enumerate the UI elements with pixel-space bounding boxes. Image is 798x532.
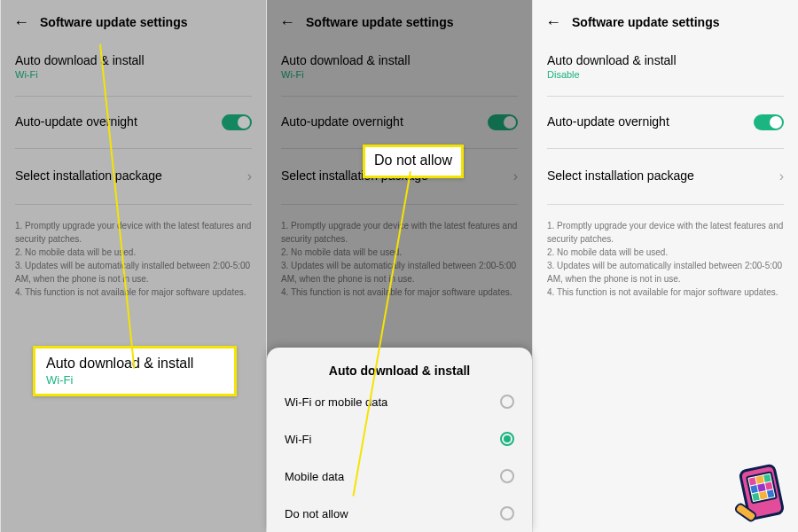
chevron-right-icon: › (247, 168, 252, 184)
select-package-row[interactable]: Select installation package › (1, 154, 266, 199)
callout-text: Do not allow (374, 153, 452, 168)
overnight-toggle[interactable] (222, 114, 252, 130)
app-header: ← Software update settings (1, 0, 266, 43)
select-package-title: Select installation package (547, 168, 694, 183)
chevron-right-icon: › (513, 168, 518, 184)
overnight-title: Auto-update overnight (281, 114, 403, 129)
app-header: ← Software update settings (267, 0, 532, 43)
callout-do-not-allow: Do not allow (363, 145, 464, 178)
sheet-option-mobile[interactable]: Mobile data (267, 458, 532, 495)
divider (547, 204, 784, 205)
select-package-row[interactable]: Select installation package › (533, 154, 798, 199)
divider (15, 96, 252, 97)
overnight-row[interactable]: Auto-update overnight (267, 102, 532, 143)
auto-download-title: Auto download & install (15, 53, 252, 67)
note-line: 2. No mobile data will be used. (281, 246, 518, 259)
auto-download-subtitle: Disable (547, 69, 784, 80)
sheet-option-label: Mobile data (285, 470, 344, 483)
radio-icon (500, 506, 514, 520)
radio-icon (500, 395, 514, 409)
note-line: 2. No mobile data will be used. (15, 246, 252, 259)
note-line: 1. Promptly upgrade your device with the… (15, 219, 252, 246)
brand-logo-icon (731, 465, 793, 527)
auto-download-row[interactable]: Auto download & install Disable (533, 43, 798, 90)
divider (15, 148, 252, 149)
sheet-option-do-not-allow[interactable]: Do not allow (267, 495, 532, 532)
phone-screen-2: ← Software update settings Auto download… (266, 0, 532, 532)
phone-screen-3: ← Software update settings Auto download… (532, 0, 798, 532)
radio-selected-icon (500, 432, 514, 446)
page-title: Software update settings (306, 15, 453, 29)
auto-download-title: Auto download & install (547, 53, 784, 67)
auto-download-subtitle: Wi-Fi (15, 69, 252, 80)
notes-block: 1. Promptly upgrade your device with the… (1, 210, 266, 308)
auto-download-row[interactable]: Auto download & install Wi-Fi (267, 43, 532, 90)
notes-block: 1. Promptly upgrade your device with the… (533, 210, 798, 308)
overnight-toggle[interactable] (488, 114, 518, 130)
callout-subtitle: Wi-Fi (46, 373, 223, 387)
auto-download-sheet: Auto download & install Wi-Fi or mobile … (267, 348, 532, 532)
note-line: 4. This function is not available for ma… (281, 286, 518, 299)
overnight-row[interactable]: Auto-update overnight (1, 102, 266, 143)
divider (547, 96, 784, 97)
divider (547, 148, 784, 149)
overnight-row[interactable]: Auto-update overnight (533, 102, 798, 143)
select-package-title: Select installation package (15, 168, 162, 183)
sheet-option-label: Do not allow (285, 507, 348, 520)
back-arrow-icon[interactable]: ← (545, 14, 561, 30)
note-line: 1. Promptly upgrade your device with the… (281, 219, 518, 246)
back-arrow-icon[interactable]: ← (279, 14, 295, 30)
chevron-right-icon: › (779, 168, 784, 184)
sheet-option-label: Wi-Fi or mobile data (285, 395, 387, 409)
divider (281, 204, 518, 205)
notes-block: 1. Promptly upgrade your device with the… (267, 210, 532, 308)
callout-title: Auto download & install (46, 356, 223, 372)
radio-icon (500, 469, 514, 483)
overnight-title: Auto-update overnight (547, 114, 669, 129)
overnight-title: Auto-update overnight (15, 114, 137, 129)
note-line: 3. Updates will be automatically install… (547, 259, 784, 286)
page-title: Software update settings (572, 15, 719, 29)
auto-download-row[interactable]: Auto download & install Wi-Fi (1, 43, 266, 90)
page-title: Software update settings (40, 15, 187, 29)
sheet-option-wifi-or-mobile[interactable]: Wi-Fi or mobile data (267, 383, 532, 420)
auto-download-subtitle: Wi-Fi (281, 69, 518, 80)
note-line: 3. Updates will be automatically install… (15, 259, 252, 286)
note-line: 2. No mobile data will be used. (547, 246, 784, 259)
divider (281, 96, 518, 97)
sheet-title: Auto download & install (267, 356, 532, 383)
note-line: 4. This function is not available for ma… (15, 286, 252, 299)
phone-screen-1: ← Software update settings Auto download… (0, 0, 266, 532)
sheet-option-label: Wi-Fi (285, 433, 311, 446)
note-line: 1. Promptly upgrade your device with the… (547, 219, 784, 246)
sheet-option-wifi[interactable]: Wi-Fi (267, 420, 532, 458)
back-arrow-icon[interactable]: ← (13, 14, 29, 30)
overnight-toggle[interactable] (754, 114, 784, 130)
note-line: 4. This function is not available for ma… (547, 286, 784, 299)
app-header: ← Software update settings (533, 0, 798, 43)
divider (15, 204, 252, 205)
callout-auto-download: Auto download & install Wi-Fi (33, 346, 237, 396)
note-line: 3. Updates will be automatically install… (281, 259, 518, 286)
auto-download-title: Auto download & install (281, 53, 518, 67)
